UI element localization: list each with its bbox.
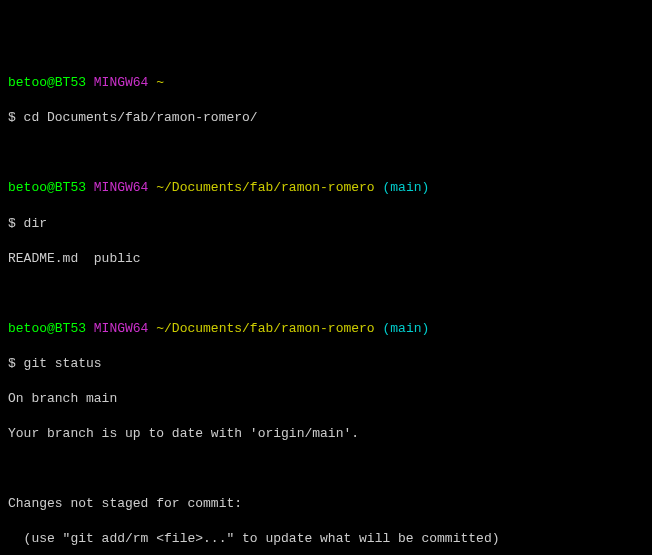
prompt-path: ~/Documents/fab/ramon-romero bbox=[148, 321, 374, 336]
blank-line bbox=[8, 460, 644, 478]
output-line: Your branch is up to date with 'origin/m… bbox=[8, 425, 644, 443]
output-line: (use "git add/rm <file>..." to update wh… bbox=[8, 530, 644, 548]
prompt-host: MINGW64 bbox=[86, 75, 148, 90]
prompt-line: betoo@BT53 MINGW64 ~/Documents/fab/ramon… bbox=[8, 179, 644, 197]
command-line[interactable]: $ cd Documents/fab/ramon-romero/ bbox=[8, 109, 644, 127]
prompt-path: ~ bbox=[148, 75, 164, 90]
prompt-branch: (main) bbox=[375, 180, 430, 195]
prompt-path: ~/Documents/fab/ramon-romero bbox=[148, 180, 374, 195]
prompt-host: MINGW64 bbox=[86, 321, 148, 336]
prompt-user: betoo@BT53 bbox=[8, 321, 86, 336]
output-line: On branch main bbox=[8, 390, 644, 408]
prompt-user: betoo@BT53 bbox=[8, 75, 86, 90]
prompt-user: betoo@BT53 bbox=[8, 180, 86, 195]
command-line[interactable]: $ dir bbox=[8, 215, 644, 233]
prompt-host: MINGW64 bbox=[86, 180, 148, 195]
prompt-line: betoo@BT53 MINGW64 ~ bbox=[8, 74, 644, 92]
output-line: README.md public bbox=[8, 250, 644, 268]
blank-line bbox=[8, 285, 644, 303]
prompt-branch: (main) bbox=[375, 321, 430, 336]
prompt-line: betoo@BT53 MINGW64 ~/Documents/fab/ramon… bbox=[8, 320, 644, 338]
blank-line bbox=[8, 144, 644, 162]
command-line[interactable]: $ git status bbox=[8, 355, 644, 373]
output-line: Changes not staged for commit: bbox=[8, 495, 644, 513]
